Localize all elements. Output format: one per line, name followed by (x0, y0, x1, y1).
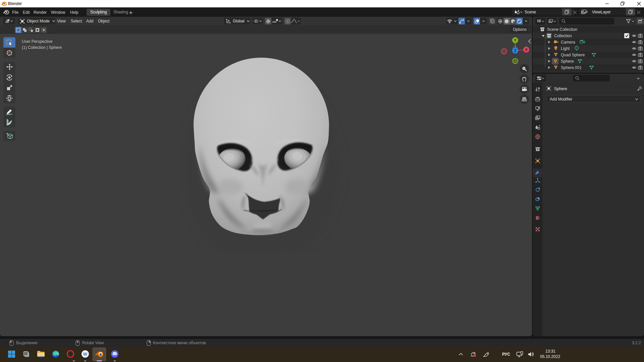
svg-text:Y: Y (514, 39, 517, 42)
svg-text:X: X (525, 48, 528, 52)
svg-text:W: W (83, 352, 88, 357)
svg-text:Z: Z (514, 49, 516, 53)
